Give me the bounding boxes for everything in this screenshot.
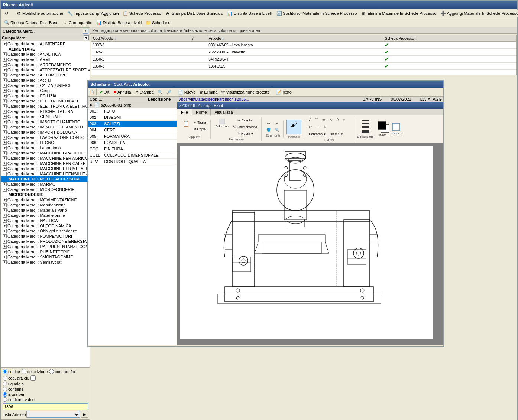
expand-analitica[interactable]: +: [3, 52, 7, 56]
lista-select[interactable]: -: [26, 411, 80, 418]
radio-cod-art-cli[interactable]: [3, 376, 7, 381]
expand-microfonderie[interactable]: -: [3, 188, 7, 192]
col-cod-articolo[interactable]: Cod.Articolo ↕: [91, 35, 191, 42]
expand-rubinetterie[interactable]: +: [3, 250, 7, 254]
tree-item-semilavorati[interactable]: + Categoria Merc. : Semilavorati: [1, 260, 90, 265]
expand-manutenzione[interactable]: +: [3, 203, 7, 207]
expand-marmo[interactable]: +: [3, 182, 7, 186]
distinta2-button[interactable]: 📊 Distinta Base a Livelli: [95, 19, 143, 26]
scheda-item-005[interactable]: 005 FORMATURA: [88, 133, 177, 140]
tree-item-impacchettamento[interactable]: + Categoria Merc. : IMPACCHETTAMENTO: [1, 124, 90, 130]
tree-item-oleodinamica[interactable]: + Categoria Merc. : OLEODINAMICA: [1, 223, 90, 228]
expand-arredamento[interactable]: +: [3, 63, 7, 67]
expand-materiale-vario[interactable]: +: [3, 208, 7, 212]
elimina-button[interactable]: 🗑 Elimina: [198, 89, 219, 95]
expand-alimentare[interactable]: +: [3, 42, 7, 46]
expand-edilizia[interactable]: +: [3, 94, 7, 98]
scheda-item-002[interactable]: 002 DISEGNI: [88, 114, 177, 121]
tree-item-automotive[interactable]: + Categoria Merc. : AUTOMOTIVE: [1, 72, 90, 78]
expand-macchine-metalli[interactable]: +: [3, 167, 7, 171]
tree-item-macchine-grafiche[interactable]: + Categoria Merc. : MACCHINE GRAFICHE: [1, 150, 90, 156]
expand-import[interactable]: +: [3, 130, 7, 134]
expand-etichettatura[interactable]: +: [3, 110, 7, 114]
expand-legno[interactable]: +: [3, 141, 7, 145]
forma-rect-btn[interactable]: ▭: [320, 117, 327, 124]
stampa-scheda-button[interactable]: 🖨 Stampa: [133, 89, 155, 95]
scheda-processo-button[interactable]: 📋 Scheda Processo: [121, 10, 163, 17]
expand-macchine-utensili[interactable]: -: [3, 172, 7, 176]
forma-line-btn[interactable]: ╱: [307, 117, 313, 124]
refresh-button[interactable]: ↺: [2, 10, 11, 17]
option-codice[interactable]: codice: [3, 369, 20, 374]
color2-swatch[interactable]: [392, 123, 400, 131]
incolla-btn[interactable]: 📋: [181, 120, 191, 134]
search-scheda-button[interactable]: 🔍: [156, 89, 164, 95]
nuovo-button[interactable]: 📄 Nuovo: [177, 89, 197, 95]
contropartite-button[interactable]: ↕ Contropartite: [61, 19, 94, 26]
col-scheda-processo[interactable]: Scheda Processo ↕: [383, 35, 516, 42]
search-input[interactable]: [3, 403, 88, 410]
expand-automotive[interactable]: +: [3, 73, 7, 77]
tree-item-alimentare-sub[interactable]: ALIMENTARE: [1, 46, 90, 52]
size2[interactable]: [362, 123, 369, 124]
radio-cod-art-for[interactable]: [49, 369, 54, 374]
gruppo-dropdown[interactable]: ▼: [84, 35, 89, 40]
forma-curve-btn[interactable]: ⌒: [313, 117, 320, 124]
imposta-button[interactable]: 🔧 Imposta campi Aggiuntivi: [65, 10, 120, 17]
pennelli-btn[interactable]: 🖌: [286, 120, 301, 134]
tree-item-marmo[interactable]: + Categoria Merc. : MARMO: [1, 182, 90, 187]
tree-item-pompe[interactable]: + Categoria Merc. : POMPE/MOTORI: [1, 234, 90, 239]
table-row[interactable]: 1807-3 0331463-05 - Leva innesto ✔: [91, 42, 516, 49]
tree-item-macchine-metalli[interactable]: + Categoria Merc. : MACCHINE PER METALLI: [1, 166, 90, 171]
tree-item-attrezzature[interactable]: + Categoria Merc. : ATTREZZATURE SPORTIV…: [1, 67, 90, 72]
forma-ellipse-btn[interactable]: ○: [341, 117, 347, 124]
size3[interactable]: [362, 126, 369, 128]
forma-star-btn[interactable]: ☆: [321, 124, 328, 130]
table-row[interactable]: 1825-2 2.22.23.06 - Chiavetta ✔: [91, 49, 516, 56]
visualizza-button[interactable]: 👁 Visualizza righe protette: [220, 89, 271, 95]
scheda-nav-btn[interactable]: ▶: [90, 102, 93, 107]
expand-oleodinamica[interactable]: +: [3, 224, 7, 228]
testo-strumento-btn[interactable]: A: [273, 121, 281, 127]
ruota-btn[interactable]: ↻ Ruota ▾: [231, 131, 259, 137]
tree-item-generale[interactable]: + Categoria Merc. : GENERALE: [1, 114, 90, 119]
tree-item-laboratorio[interactable]: + Categoria Merc. : Laboratorio: [1, 145, 90, 150]
contorno-btn[interactable]: Contorno ▾: [307, 131, 327, 137]
scheda-item-rev[interactable]: REV CONTROLLI QUALITA': [88, 159, 177, 165]
ridimensiona-btn[interactable]: ⤡ Ridimensiona: [231, 124, 259, 130]
expand-elettromedicale[interactable]: +: [3, 99, 7, 103]
tree-item-manutenzione[interactable]: + Categoria Merc. : Manutenzione: [1, 202, 90, 208]
riempi-btn[interactable]: 🪣: [265, 127, 272, 133]
schedario-button[interactable]: 📁 Schedario: [144, 19, 172, 26]
ricerca-catena-button[interactable]: 🔍 Ricerca Catena Dist. Base: [2, 19, 60, 26]
scheda-item-004[interactable]: 004 CERE: [88, 127, 177, 133]
ok-button[interactable]: ✔ OK: [98, 89, 111, 95]
forma-tri-btn[interactable]: △: [328, 117, 334, 124]
aggiungi-mat-button[interactable]: ➕ Aggiungi Materiale In Schede Processo: [439, 10, 518, 17]
table-row[interactable]: 1850-3 136F1525 ✔: [91, 63, 516, 70]
radio-codice[interactable]: [3, 369, 7, 374]
forma-arrow-btn[interactable]: →: [314, 124, 321, 130]
tree-item-elettronica[interactable]: + Categoria Merc. : ELETTRONICA/ELETTROT…: [1, 104, 90, 109]
tree-item-macchine-utensili-sub[interactable]: MACCHINE UTENSILI E ACCESSORI: [1, 176, 90, 182]
table-row[interactable]: 1850-2 64F921/G-T ✔: [91, 56, 516, 63]
tab-visualizza[interactable]: Visualizza: [211, 109, 237, 115]
forma-pentagon-btn[interactable]: ⬠: [307, 124, 314, 130]
option-descrizione[interactable]: descrizione: [22, 369, 48, 374]
radio-contiene[interactable]: contiene: [3, 387, 88, 391]
elimina-mat-button[interactable]: 🗑 Elimina Materiale In Schede Processo: [359, 10, 438, 17]
radio-inizia[interactable]: inizia per: [3, 392, 88, 397]
tree-item-lavorazione[interactable]: + Categoria Merc. : LAVORAZIONE CONTO TE…: [1, 135, 90, 140]
expand-macchine-calze[interactable]: +: [3, 162, 7, 166]
tree-item-microfonderie[interactable]: - Categoria Merc. : MICROFONDERIE: [1, 187, 90, 192]
expand-macchine-grafiche[interactable]: +: [3, 151, 7, 155]
expand-movimentazione[interactable]: +: [3, 198, 7, 202]
expand-impacchettamento[interactable]: +: [3, 125, 7, 129]
modifiche-button[interactable]: ⚙ Modifiche automatiche: [14, 10, 65, 17]
tree-item-rappresentanze[interactable]: + Categoria Merc. : RAPPRESENTANZE COMME…: [1, 244, 90, 249]
tree-item-legno[interactable]: + Categoria Merc. : LEGNO: [1, 140, 90, 145]
expand-generale[interactable]: +: [3, 115, 7, 119]
scheda-item-001[interactable]: 001 FOTO: [88, 108, 177, 114]
expand-nautica[interactable]: +: [3, 219, 7, 223]
expand-materie-prime[interactable]: +: [3, 214, 7, 218]
